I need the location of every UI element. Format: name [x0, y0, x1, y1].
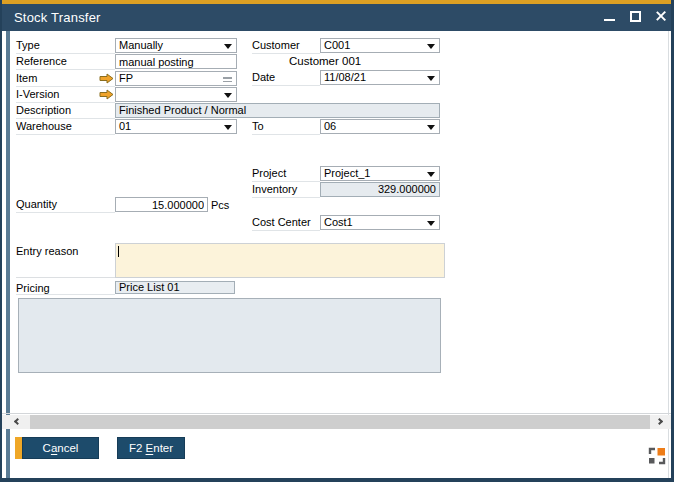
- item-input[interactable]: FP: [115, 71, 237, 86]
- reference-input[interactable]: [115, 54, 237, 69]
- project-dropdown[interactable]: Project_1: [320, 166, 440, 181]
- customer-name-text: Customer 001: [289, 55, 361, 67]
- accent-tab: [15, 437, 22, 459]
- scrollbar-thumb[interactable]: [30, 415, 650, 429]
- chevron-down-icon: [224, 44, 232, 49]
- to-warehouse-dropdown[interactable]: 06: [320, 119, 440, 134]
- reference-label: Reference: [16, 54, 115, 70]
- close-button[interactable]: [653, 8, 669, 24]
- close-icon: [654, 9, 668, 23]
- title-bar: Stock Transfer: [0, 4, 674, 31]
- scroll-right-button[interactable]: [656, 418, 664, 426]
- right-edge-line: [668, 31, 669, 478]
- warehouse-dropdown[interactable]: 01: [115, 119, 237, 134]
- horizontal-scrollbar[interactable]: [2, 415, 671, 429]
- project-label: Project: [252, 166, 320, 182]
- window-title: Stock Transfer: [14, 10, 101, 25]
- maximize-button[interactable]: [628, 8, 644, 24]
- type-label: Type: [16, 38, 115, 54]
- iversion-link-arrow-icon[interactable]: [99, 89, 114, 100]
- quantity-label: Quantity: [16, 197, 115, 213]
- scroll-left-button[interactable]: [14, 418, 22, 426]
- description-field: Finished Product / Normal: [115, 103, 440, 118]
- inventory-field: 329.000000: [320, 182, 440, 197]
- quantity-input[interactable]: [115, 197, 208, 212]
- pricing-label: Pricing: [16, 281, 115, 295]
- inventory-label: Inventory: [252, 182, 320, 198]
- text-cursor: [118, 246, 119, 257]
- customer-label: Customer: [252, 38, 320, 54]
- divider-line: [2, 413, 674, 414]
- chevron-left-icon: [14, 418, 21, 425]
- chevron-down-icon: [224, 93, 232, 98]
- cost-center-dropdown[interactable]: Cost1: [320, 215, 440, 230]
- f2-enter-button[interactable]: F2 Enter: [117, 437, 185, 459]
- iversion-dropdown[interactable]: [115, 87, 237, 102]
- to-label: To: [252, 119, 320, 135]
- chevron-down-icon: [224, 125, 232, 130]
- minimize-icon: [604, 19, 615, 21]
- resize-form-icon[interactable]: [648, 447, 666, 465]
- chevron-down-icon: [427, 44, 435, 49]
- warehouse-label: Warehouse: [16, 119, 115, 135]
- chevron-down-icon: [427, 76, 435, 81]
- type-dropdown[interactable]: Manually: [115, 38, 237, 53]
- chevron-down-icon: [427, 125, 435, 130]
- description-label: Description: [16, 103, 115, 119]
- quantity-unit-label: Pcs: [211, 199, 229, 211]
- date-dropdown[interactable]: 11/08/21: [320, 70, 440, 85]
- details-panel: [18, 298, 441, 373]
- choose-from-list-icon[interactable]: [223, 77, 232, 84]
- left-edge-strip: [6, 31, 10, 478]
- entry-reason-textarea[interactable]: [115, 243, 445, 278]
- item-link-arrow-icon[interactable]: [99, 73, 114, 84]
- cancel-button[interactable]: Cancel: [22, 437, 99, 459]
- chevron-down-icon: [427, 221, 435, 226]
- entry-reason-label: Entry reason: [16, 244, 115, 278]
- minimize-button[interactable]: [602, 8, 618, 24]
- chevron-right-icon: [656, 418, 663, 425]
- stock-transfer-window: Stock Transfer Type Manually Reference I…: [0, 0, 674, 482]
- cost-center-label: Cost Center: [252, 215, 320, 231]
- maximize-icon: [630, 11, 641, 22]
- date-label: Date: [252, 70, 320, 86]
- chevron-down-icon: [427, 172, 435, 177]
- customer-dropdown[interactable]: C001: [320, 38, 440, 53]
- pricing-field: Price List 01: [115, 281, 235, 294]
